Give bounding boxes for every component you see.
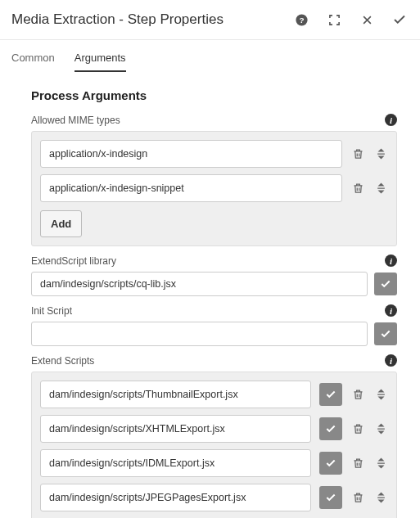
checkbox-icon[interactable] <box>374 273 397 295</box>
help-icon[interactable]: ? <box>294 12 309 27</box>
header-actions: ? <box>294 12 407 27</box>
init-script-row <box>31 322 397 346</box>
extend-script-input[interactable] <box>40 415 311 443</box>
extend-scripts-label: Extend Scripts <box>31 355 94 367</box>
reorder-icon[interactable] <box>373 387 388 402</box>
extend-script-input[interactable] <box>40 484 311 511</box>
info-icon[interactable]: i <box>385 304 397 317</box>
extend-script-input[interactable] <box>40 381 311 408</box>
checkbox-icon[interactable] <box>319 452 342 475</box>
confirm-icon[interactable] <box>392 12 407 27</box>
close-icon[interactable] <box>359 12 374 27</box>
mime-type-input[interactable] <box>40 140 342 168</box>
svg-text:?: ? <box>299 16 304 25</box>
checkbox-icon[interactable] <box>374 322 397 345</box>
delete-icon[interactable] <box>350 456 365 471</box>
delete-icon[interactable] <box>350 490 365 505</box>
content-pane: Process Arguments Allowed MIME types i A… <box>0 72 420 518</box>
fullscreen-icon[interactable] <box>327 12 341 27</box>
init-script-label: Init Script <box>31 305 72 317</box>
extend-script-input[interactable] <box>40 449 311 477</box>
list-item <box>40 449 388 477</box>
mime-types-panel: Add <box>31 131 397 246</box>
extendscript-library-row <box>31 272 397 296</box>
reorder-icon[interactable] <box>373 490 388 505</box>
extendscript-library-input[interactable] <box>31 272 368 296</box>
mime-type-input[interactable] <box>40 174 342 202</box>
delete-icon[interactable] <box>350 146 365 161</box>
list-item <box>40 140 388 168</box>
reorder-icon[interactable] <box>373 146 388 161</box>
reorder-icon[interactable] <box>373 181 388 196</box>
list-item <box>40 484 388 511</box>
section-title: Process Arguments <box>31 88 397 102</box>
extend-scripts-panel <box>31 372 397 518</box>
reorder-icon[interactable] <box>373 456 388 471</box>
list-item <box>40 415 388 443</box>
checkbox-icon[interactable] <box>319 486 342 509</box>
extendscript-library-label: ExtendScript library <box>31 255 116 267</box>
mime-types-label: Allowed MIME types <box>31 115 120 126</box>
dialog-header: Media Extraction - Step Properties ? <box>0 0 420 40</box>
delete-icon[interactable] <box>350 181 365 196</box>
delete-icon[interactable] <box>350 421 365 436</box>
list-item <box>40 174 388 202</box>
tab-common[interactable]: Common <box>11 52 55 72</box>
info-icon[interactable]: i <box>385 114 397 126</box>
checkbox-icon[interactable] <box>319 417 342 440</box>
list-item <box>40 381 388 408</box>
tab-arguments[interactable]: Arguments <box>75 52 126 72</box>
init-script-input[interactable] <box>31 322 368 346</box>
add-button[interactable]: Add <box>40 210 82 237</box>
reorder-icon[interactable] <box>373 421 388 436</box>
tabs: Common Arguments <box>0 40 420 72</box>
delete-icon[interactable] <box>350 387 365 402</box>
checkbox-icon[interactable] <box>319 383 342 406</box>
info-icon[interactable]: i <box>385 354 397 367</box>
info-icon[interactable]: i <box>385 254 397 267</box>
dialog-title: Media Extraction - Step Properties <box>11 11 224 28</box>
